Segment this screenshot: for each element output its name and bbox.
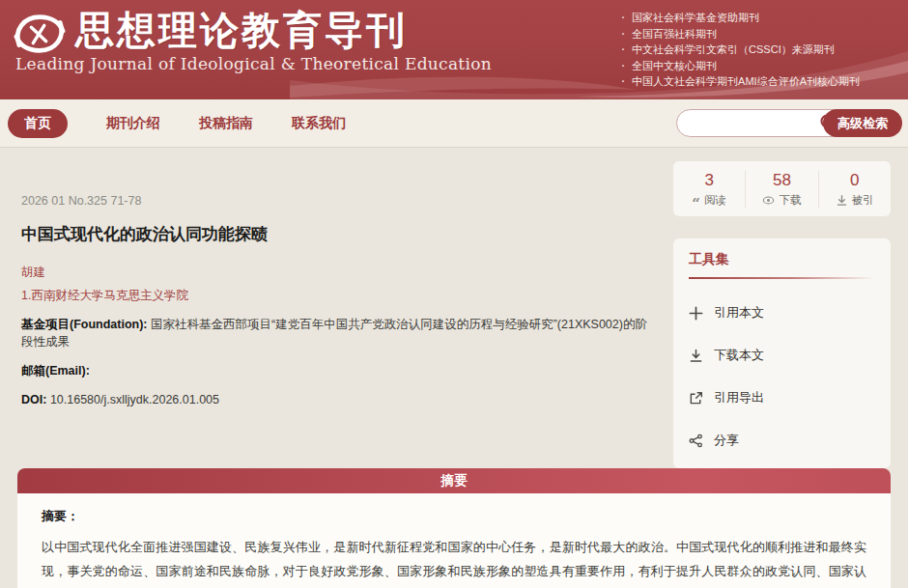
journal-brand[interactable]: 思想理论教育导刊 Leading Journal of Ideological …	[12, 8, 492, 73]
toolset-card: 工具集 引用本文 下载本文 引用导出 分享	[673, 238, 891, 468]
main-nav: 首页 期刊介绍 投稿指南 联系我们 高级检索	[0, 99, 908, 148]
tool-label: 引用本文	[714, 304, 764, 322]
content-area: 2026 01 No.325 71-78 中国式现代化的政治认同功能探赜 胡建 …	[0, 148, 908, 468]
journal-accolades-list: 国家社会科学基金资助期刊 全国百强社科期刊 中文社会科学引文索引（CSSCI）来…	[621, 10, 860, 90]
toolset-divider	[689, 277, 875, 279]
download-count: 58	[746, 171, 817, 190]
foundation-label: 基金项目(Foundation):	[21, 318, 148, 331]
email-label: 邮箱(Email):	[21, 364, 90, 378]
download-arrow-icon	[836, 194, 848, 207]
abstract-body: 摘要： 以中国式现代化全面推进强国建设、民族复兴伟业，是新时代新征程党和国家的中…	[17, 493, 891, 588]
email-line: 邮箱(Email):	[21, 362, 654, 379]
article-stats-card: 3 “ 阅读 58 下载 0 被引	[673, 161, 891, 216]
quote-icon: “	[692, 200, 700, 208]
share-icon	[689, 434, 703, 448]
tool-download-article[interactable]: 下载本文	[689, 347, 875, 364]
abstract-section: 摘要 摘要： 以中国式现代化全面推进强国建设、民族复兴伟业，是新时代新征程党和国…	[17, 468, 891, 588]
page-header: 思想理论教育导刊 Leading Journal of Ideological …	[0, 0, 908, 99]
tool-label: 分享	[714, 432, 739, 449]
nav-item-submission-guide[interactable]: 投稿指南	[199, 115, 253, 132]
tool-share[interactable]: 分享	[689, 432, 875, 449]
accolade-item: 全国百强社科期刊	[621, 26, 860, 42]
abstract-bar-title: 摘要	[17, 468, 891, 493]
article-author[interactable]: 胡建	[21, 265, 654, 281]
journal-title-cn: 思想理论教育导刊	[75, 8, 492, 52]
stat-cited: 0 被引	[818, 171, 891, 208]
doi-line: DOI: 10.16580/j.sxlljydk.2026.01.005	[21, 391, 654, 408]
read-count: 3	[673, 171, 745, 190]
search-bar: 高级检索	[676, 109, 900, 137]
eye-icon	[762, 194, 775, 207]
sidebar: 3 “ 阅读 58 下载 0 被引	[673, 148, 891, 468]
accolade-item: 全国中文核心期刊	[621, 58, 860, 74]
foundation-line: 基金项目(Foundation): 国家社科基金西部项目“建党百年中国共产党政治…	[21, 316, 654, 350]
tool-label: 引用导出	[714, 389, 764, 406]
advanced-search-button[interactable]: 高级检索	[823, 109, 902, 137]
cited-count: 0	[819, 171, 891, 190]
accolade-item: 国家社会科学基金资助期刊	[621, 10, 860, 26]
accolade-item: 中国人文社会科学期刊AMI综合评价A刊核心期刊	[621, 73, 860, 90]
export-icon	[689, 391, 703, 406]
stat-download: 58 下载	[745, 171, 817, 208]
tool-export-citation[interactable]: 引用导出	[689, 389, 875, 406]
doi-value: 10.16580/j.sxlljydk.2026.01.005	[50, 393, 219, 406]
toolset-title: 工具集	[689, 251, 875, 277]
stat-read: 3 “ 阅读	[673, 171, 745, 208]
plus-icon	[689, 306, 703, 321]
abstract-text: 以中国式现代化全面推进强国建设、民族复兴伟业，是新时代新征程党和国家的中心任务，…	[42, 535, 866, 588]
journal-logo-icon	[12, 10, 68, 58]
article-affiliation[interactable]: 1.西南财经大学马克思主义学院	[21, 288, 654, 304]
doi-label: DOI:	[21, 393, 46, 406]
abstract-label: 摘要：	[42, 508, 866, 525]
journal-title-en: Leading Journal of Ideological & Theoret…	[15, 54, 492, 73]
cited-label: 被引	[852, 193, 874, 208]
tool-cite-article[interactable]: 引用本文	[689, 304, 875, 322]
issue-info: 2026 01 No.325 71-78	[21, 194, 654, 208]
accolade-item: 中文社会科学引文索引（CSSCI）来源期刊	[621, 42, 860, 58]
nav-item-home[interactable]: 首页	[8, 109, 68, 138]
article-title: 中国式现代化的政治认同功能探赜	[21, 223, 654, 245]
article-info: 2026 01 No.325 71-78 中国式现代化的政治认同功能探赜 胡建 …	[21, 148, 673, 468]
read-label: 阅读	[704, 193, 726, 208]
nav-item-contact[interactable]: 联系我们	[292, 115, 346, 132]
nav-item-journal-intro[interactable]: 期刊介绍	[106, 115, 160, 132]
download-label: 下载	[779, 193, 801, 208]
download-icon	[689, 349, 703, 363]
tool-label: 下载本文	[714, 347, 764, 364]
